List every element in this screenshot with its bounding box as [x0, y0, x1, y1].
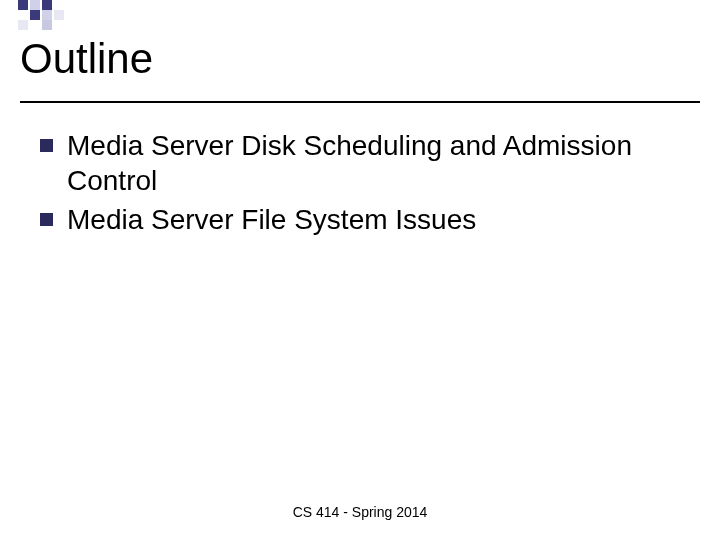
decoration-square: [42, 20, 52, 30]
title-area: Outline: [0, 0, 720, 93]
bullet-text: Media Server Disk Scheduling and Admissi…: [67, 128, 695, 198]
decoration-square: [30, 0, 40, 10]
footer-text: CS 414 - Spring 2014: [0, 504, 720, 520]
decoration-square: [30, 10, 40, 20]
bullet-item: Media Server File System Issues: [40, 202, 695, 237]
decoration-square: [42, 10, 52, 20]
slide-title: Outline: [20, 35, 700, 83]
decoration-square: [54, 10, 64, 20]
decoration-square: [42, 0, 52, 10]
bullet-item: Media Server Disk Scheduling and Admissi…: [40, 128, 695, 198]
decoration-square: [18, 20, 28, 30]
decoration-square: [18, 0, 28, 10]
bullet-marker-icon: [40, 139, 53, 152]
corner-decoration: [0, 0, 90, 30]
bullet-text: Media Server File System Issues: [67, 202, 476, 237]
bullet-marker-icon: [40, 213, 53, 226]
content-area: Media Server Disk Scheduling and Admissi…: [0, 103, 720, 237]
